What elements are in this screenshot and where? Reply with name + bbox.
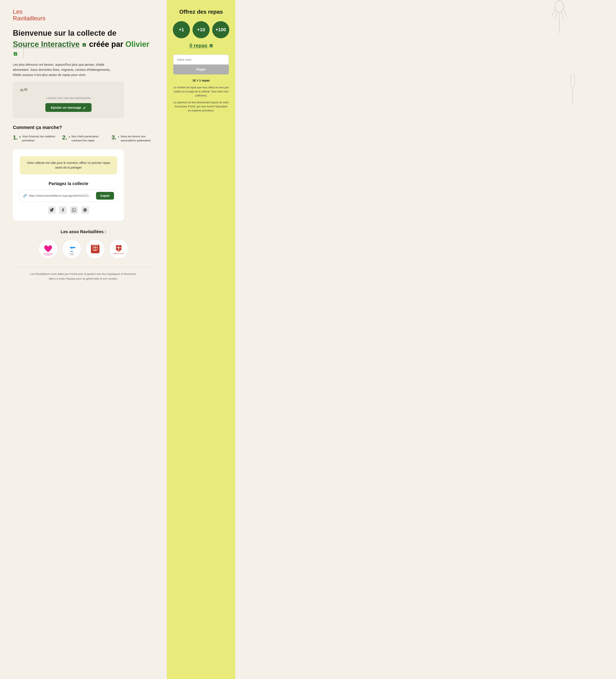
svg-rect-14 <box>83 108 84 109</box>
source-name: Source Interactive <box>13 40 79 48</box>
repas-count: 0 repas <box>190 42 213 48</box>
sidebar: Offrez des repas +1 +10 +100 0 repas Pay… <box>167 0 235 679</box>
asso-fraternite: Fraternité Française <box>62 239 81 259</box>
asso-armee-salut-2: ARMÉE DU SALUT <box>109 239 128 259</box>
sidebar-info-1: Le nombre de repas que vous offrez ne se… <box>173 86 229 98</box>
creator-name: Olivier <box>125 40 149 48</box>
step-2-dot <box>69 136 70 137</box>
twitter-share-button[interactable] <box>48 206 56 214</box>
spatula2-decoration <box>565 75 582 105</box>
payment-form: Payer <box>173 55 229 78</box>
message-label: Laissez une note aux participants <box>46 96 91 100</box>
twitter-icon <box>50 208 54 212</box>
message-box: ❝❞ Laissez une note aux participants Ajo… <box>13 82 124 118</box>
whisk-decoration <box>550 0 569 34</box>
facebook-icon <box>61 208 65 212</box>
title-line2: Source Interactive créée par Olivier <box>13 40 154 58</box>
logo-line1: Les <box>13 8 154 15</box>
edit-creator-icon[interactable] <box>14 52 17 56</box>
step-1: 1. Vous financez les matières premières <box>13 135 55 142</box>
svg-text:Française: Française <box>70 254 73 255</box>
created-by-text: créée par <box>89 40 123 48</box>
footer-line2: Merci à toute l'équipe pour sa générosit… <box>13 277 154 281</box>
step-1-text: Vous financez les matières premières <box>22 135 55 142</box>
messenger-share-button[interactable] <box>81 206 89 214</box>
share-section: Partagez la collecte 🔗 https://www.lesra… <box>20 181 117 214</box>
svg-text:du Cœur: du Cœur <box>45 255 51 256</box>
collecte-container: Votre collecte est vide pour le moment, … <box>13 149 124 221</box>
step-2-number: 2. <box>62 135 67 140</box>
social-icons <box>20 206 117 214</box>
svg-text:Restaurants: Restaurants <box>44 253 53 255</box>
name-input[interactable] <box>173 55 229 65</box>
rate-info: 1€ = 1 repas <box>193 79 210 82</box>
step-1-dot <box>20 136 20 137</box>
add-1-meal-button[interactable]: +1 <box>173 21 190 38</box>
svg-text:Fraternité: Fraternité <box>69 253 74 254</box>
whatsapp-icon <box>72 208 76 212</box>
link-icon: 🔗 <box>23 194 27 198</box>
messenger-icon <box>83 208 87 212</box>
step-3-dot <box>118 136 119 137</box>
asso-armee-salut-1: ARMÉE DU SALUT <box>86 239 105 259</box>
step-2: 2. Nos chefs partenaires cuisinent les r… <box>62 135 105 142</box>
add-100-meals-button[interactable]: +100 <box>212 21 229 38</box>
svg-line-5 <box>563 8 567 17</box>
steps-container: 1. Vous financez les matières premières … <box>13 135 154 142</box>
footer-line1: Les Ravitailleurs sont aidés par Frichti… <box>13 272 154 277</box>
page-header: Bienvenue sur la collecte de Source Inte… <box>13 28 154 58</box>
armee-salut-2-logo: ARMÉE DU SALUT <box>111 241 126 257</box>
asso-title: Les asso Ravitaillées : <box>13 229 154 234</box>
description-text: Les plus démunis ont besoin, aujourd'hui… <box>13 62 116 77</box>
add-10-meals-button[interactable]: +10 <box>193 21 209 38</box>
logo-area: Les Ravitailleurs <box>13 8 154 22</box>
svg-line-4 <box>561 12 563 20</box>
step-3-text: Nous les livrons aux associations parten… <box>121 135 154 142</box>
share-title: Partagez la collecte <box>20 181 117 186</box>
step-1-number: 1. <box>13 135 18 140</box>
fraternite-logo: Fraternité Française <box>64 241 79 257</box>
how-title: Comment ça marche? <box>13 125 154 130</box>
empty-notice: Votre collecte est vide pour le moment, … <box>20 156 117 174</box>
step-3-number: 3. <box>111 135 116 140</box>
restaurants-coeur-logo: Restaurants du Cœur <box>41 241 56 257</box>
pencil-icon <box>83 106 87 109</box>
repas-count-value: 0 repas <box>190 42 207 48</box>
add-message-button[interactable]: Ajouter un message <box>45 103 91 112</box>
edit-repas-icon <box>209 44 213 47</box>
logo: Les Ravitailleurs <box>13 8 154 22</box>
svg-line-2 <box>555 12 557 20</box>
svg-rect-10 <box>571 75 575 87</box>
copy-button[interactable]: Copier <box>96 192 114 200</box>
sidebar-info-2: Le paiement se fera directement auprès d… <box>173 101 229 113</box>
facebook-share-button[interactable] <box>59 206 67 214</box>
step-2-text: Nos chefs partenaires cuisinent les repa… <box>71 135 105 142</box>
asso-section: Les asso Ravitaillées : Restaurants du C… <box>13 229 154 259</box>
asso-logos: Restaurants du Cœur Fraternité Française <box>13 239 154 259</box>
sidebar-title: Offrez des repas <box>179 8 223 15</box>
edit-source-icon[interactable] <box>83 43 86 46</box>
quote-marks: ❝❞ <box>20 88 28 95</box>
page-footer: Les Ravitailleurs sont aidés par Frichti… <box>13 267 154 281</box>
step-3: 3. Nous les livrons aux associations par… <box>111 135 154 142</box>
pay-button[interactable]: Payer <box>173 65 229 74</box>
add-message-label: Ajouter un message <box>51 106 81 109</box>
repas-edit-icon[interactable] <box>209 44 213 48</box>
share-url: https://www.lesravitailleurs.org/cagnott… <box>29 194 94 197</box>
main-content: Les Ravitailleurs Bienvenue sur la colle… <box>0 0 167 679</box>
armee-salut-1-logo: ARMÉE DU SALUT <box>88 241 103 257</box>
meal-buttons-container: +1 +10 +100 <box>173 21 229 38</box>
whatsapp-share-button[interactable] <box>70 206 78 214</box>
asso-restaurants-coeur: Restaurants du Cœur <box>38 239 58 259</box>
logo-line2: Ravitailleurs <box>13 15 154 22</box>
svg-point-0 <box>555 0 563 12</box>
title-line1: Bienvenue sur la collecte de <box>13 28 154 38</box>
how-section: Comment ça marche? 1. Vous financez les … <box>13 125 154 142</box>
svg-line-1 <box>552 8 555 17</box>
svg-text:ARMÉE DU SALUT: ARMÉE DU SALUT <box>114 253 124 254</box>
share-url-row: 🔗 https://www.lesravitailleurs.org/cagno… <box>20 190 117 202</box>
